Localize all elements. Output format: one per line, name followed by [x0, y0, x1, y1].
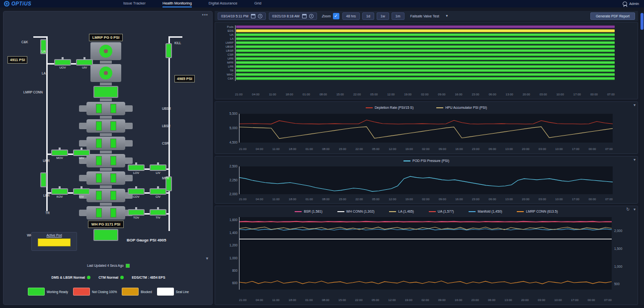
- range-button-1d[interactable]: 1d: [362, 12, 374, 20]
- annular-element-icon: [99, 67, 112, 79]
- range-button-48-hrs[interactable]: 48 hrs: [342, 12, 360, 20]
- failsafe-valve-uov[interactable]: UOV: [54, 59, 71, 69]
- ram-indicator: [110, 208, 116, 218]
- ram-indicator: [96, 208, 102, 218]
- legend-line-swatch: [337, 211, 344, 212]
- failsafe-valve-lov[interactable]: LOV: [128, 164, 145, 174]
- panel-menu-icon[interactable]: •••: [202, 12, 208, 17]
- failsafe-valve-kov[interactable]: KOV: [51, 188, 68, 198]
- legend-entry[interactable]: BSR (1,581): [295, 210, 322, 213]
- panel-collapse-icon[interactable]: ▾: [206, 256, 208, 261]
- time-tick: 03:00: [539, 148, 546, 151]
- time-tick: 08:00: [322, 198, 329, 201]
- ram-block[interactable]: [86, 137, 125, 150]
- status-bar-mpr[interactable]: MPR: [236, 61, 615, 64]
- start-datetime-input[interactable]: 03/14/19 5:11 PM: [218, 12, 266, 20]
- tab-issue-tracker[interactable]: Issue Tracker: [123, 0, 146, 7]
- range-button-1m[interactable]: 1m: [392, 12, 404, 20]
- legend-entry[interactable]: HPU Accumulator PSI (PSI): [436, 106, 487, 109]
- status-bar-upr[interactable]: UPR: [236, 57, 615, 60]
- status-bar-ubsr[interactable]: UBSR: [236, 45, 615, 48]
- failsafe-valve-civ[interactable]: CIV: [150, 188, 166, 198]
- tab-health-monitoring[interactable]: Health Monitoring: [162, 0, 192, 7]
- annular-preventer[interactable]: [90, 64, 121, 82]
- tab-grid[interactable]: Grid: [254, 0, 261, 7]
- ram-block[interactable]: [86, 154, 125, 167]
- test-type-dropdown[interactable]: Failsafe Valve Test ▾: [407, 12, 451, 19]
- vertical-scrollbar[interactable]: [640, 11, 644, 305]
- range-button-1w[interactable]: 1w: [377, 12, 389, 20]
- legend-color-chip: [122, 288, 139, 296]
- failsafe-valve-tiv[interactable]: TIV: [150, 209, 166, 219]
- y-axis-right-tick: 2,000: [614, 229, 622, 232]
- failsafe-valve-miv[interactable]: MIV: [73, 150, 90, 159]
- scrollbar-thumb[interactable]: [641, 13, 644, 30]
- connector-block[interactable]: [93, 229, 118, 241]
- status-bar-csr[interactable]: CSR: [236, 53, 615, 56]
- status-bar-pods[interactable]: Pods: [236, 25, 615, 28]
- status-bar-lbsr[interactable]: LBSR: [236, 49, 615, 52]
- line-plot[interactable]: 2,5002,2502,000: [239, 166, 613, 194]
- generate-report-button[interactable]: Generate PDF Report: [590, 12, 635, 20]
- calendar-icon[interactable]: [251, 14, 255, 18]
- failsafe-valve-cov[interactable]: COV: [128, 188, 145, 198]
- legend-entry[interactable]: POD PSI Pressure (PSI): [403, 159, 449, 162]
- tab-digital-assurance[interactable]: Digital Assurance: [209, 0, 238, 7]
- user-menu[interactable]: Admin: [623, 1, 639, 6]
- calendar-icon[interactable]: [302, 14, 307, 18]
- valve-label: KIV: [79, 195, 84, 198]
- line-plot[interactable]: 5,5005,0004,500: [239, 114, 613, 143]
- failsafe-valve-uiv[interactable]: UIV: [76, 59, 93, 69]
- ram-block[interactable]: [86, 189, 125, 202]
- legend-label: Blocked: [141, 290, 152, 294]
- clock-icon[interactable]: [309, 14, 314, 18]
- status-bar-c&k[interactable]: C&K: [236, 77, 615, 80]
- status-bar-la[interactable]: LA: [236, 37, 615, 40]
- legend-entry[interactable]: Manifold (1,450): [469, 210, 502, 213]
- status-bar-ua[interactable]: UA: [236, 33, 615, 36]
- failsafe-valve-kiv[interactable]: KIV: [73, 188, 90, 198]
- ram-block[interactable]: [86, 206, 125, 220]
- time-tick: 02:00: [421, 93, 428, 96]
- stack-row-UA: UA: [90, 42, 121, 60]
- failsafe-valve-liv[interactable]: LIV: [150, 164, 166, 174]
- ram-indicator: [110, 121, 116, 131]
- zoom-checkbox[interactable]: ✓: [333, 13, 339, 19]
- zoom-toggle[interactable]: Zoom ✓: [322, 13, 339, 19]
- legend-entry[interactable]: LA (1,465): [389, 210, 413, 213]
- status-bar-tr[interactable]: TR: [236, 69, 615, 72]
- failsafe-valve-tov[interactable]: TOV: [128, 209, 145, 219]
- connector-block[interactable]: [93, 86, 118, 98]
- y-axis-tick: 2,500: [230, 164, 238, 168]
- y-axis-tick: 4,500: [230, 141, 238, 144]
- status-bar-lmrp[interactable]: LMRP: [236, 41, 615, 44]
- time-tick: 01:00: [306, 198, 313, 201]
- line-valve[interactable]: [165, 43, 172, 58]
- status-bar-lpr[interactable]: LPR: [236, 65, 615, 68]
- end-datetime-input[interactable]: 03/21/19 8:18 AM: [269, 12, 317, 20]
- status-row-label: LPR: [228, 65, 234, 68]
- line-valve[interactable]: [40, 172, 47, 187]
- annular-preventer[interactable]: [90, 42, 121, 60]
- ram-block[interactable]: [86, 171, 125, 185]
- ram-block[interactable]: [86, 119, 125, 133]
- legend-entry[interactable]: Depletion Rate (PSI/15 S): [366, 106, 413, 109]
- line-plot[interactable]: 1,6001,4001,2001,0008006002,0001,5001,00…: [239, 217, 612, 290]
- time-tick: 00:00: [587, 299, 595, 302]
- legend-entry[interactable]: WH CONN (1,302): [337, 210, 375, 213]
- bop-schematic-panel: ••• ▾ C&K KILL 4911 PSI 4985 PSI LMRP PG…: [3, 11, 213, 305]
- status-bar-whc[interactable]: WHC: [236, 73, 615, 76]
- ram-block[interactable]: [86, 102, 125, 115]
- stack-item-label: TR: [45, 211, 50, 215]
- time-tick: 18:00: [289, 198, 296, 201]
- legend-entry[interactable]: LMRP CONN (613.5): [517, 210, 558, 213]
- failsafe-valve-mov[interactable]: MOV: [51, 150, 68, 159]
- app-logo[interactable]: OPTiUS: [4, 1, 59, 6]
- legend-entry[interactable]: UA (1,577): [429, 210, 454, 213]
- clock-icon[interactable]: [258, 14, 262, 18]
- stack-neck: [100, 133, 112, 136]
- status-bar-eds[interactable]: EDS: [236, 29, 615, 32]
- time-tick: 13:00: [506, 93, 513, 96]
- updated-status-chip: [126, 264, 130, 268]
- stack-row-LBSR: LBSR: [86, 119, 125, 133]
